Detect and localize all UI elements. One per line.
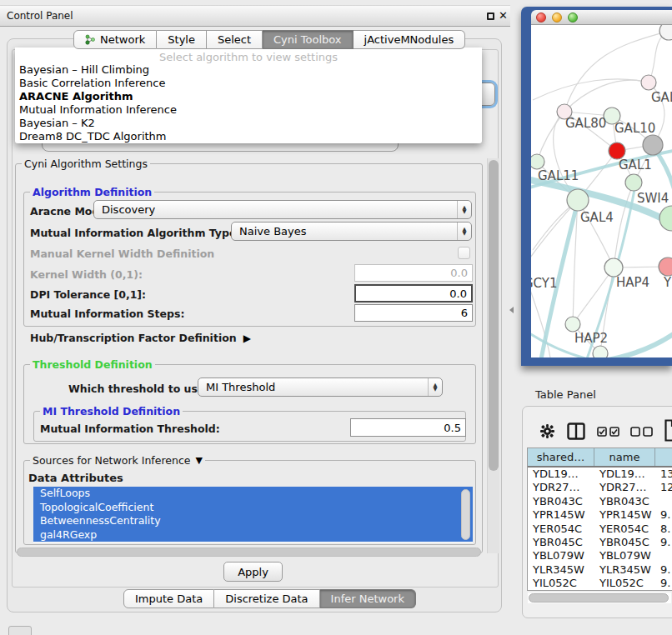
collapsed-panel-button[interactable] [8,626,32,635]
hub-definition-toggle[interactable]: Hub/Transcription Factor Definition ▶ [30,332,251,344]
cyni-bottom-tabs: Impute DataDiscretize DataInfer Network [123,589,416,608]
network-node[interactable] [565,317,580,332]
select-all-checkboxes-icon[interactable] [597,427,619,437]
mi-threshold-input[interactable]: 0.5 [350,418,466,437]
algorithm-option-bayesian-k2[interactable]: Bayesian – K2 [15,117,482,130]
table-cell: YER054C [528,522,594,536]
document-icon[interactable] [664,419,672,442]
tab-label: Infer Network [331,592,404,605]
close-traffic-light-icon[interactable] [536,12,546,22]
algorithm-option-mutual-information-inference[interactable]: Mutual Information Inference [15,103,482,117]
mi-algorithm-type-select[interactable]: Naive Bayes ▲▼ [231,222,472,241]
algorithm-option-aracne-algorithm[interactable]: ARACNE Algorithm [15,90,482,103]
splitter-collapse-icon[interactable] [509,307,514,313]
apply-button[interactable]: Apply [223,562,283,582]
network-edge[interactable] [537,112,564,162]
table-row[interactable]: YIL052CYIL052C9. [528,577,672,590]
which-threshold-select[interactable]: MI Threshold ▲▼ [198,378,443,397]
deselect-all-checkboxes-icon[interactable] [630,427,653,437]
network-node[interactable] [643,135,663,155]
settings-vertical-scrollbar-thumb[interactable] [489,160,499,471]
settings-horizontal-scrollbar-thumb[interactable] [17,548,481,557]
network-node[interactable] [641,75,656,90]
network-node[interactable] [659,258,672,276]
table-row[interactable]: YBL079WYBL079W [528,549,672,562]
table-cell: YLR345W [528,563,594,577]
table-row[interactable]: YLR345WYLR345W9. [528,563,672,577]
tab-label: Select [218,33,251,46]
network-edge[interactable] [533,79,649,100]
table-row[interactable]: YER054CYER054C8. [528,522,672,536]
minimize-traffic-light-icon[interactable] [552,12,562,22]
control-panel-titlebar: Control Panel ✕ [0,5,510,27]
aracne-mode-select[interactable]: Discovery ▲▼ [93,200,472,219]
chevron-down-icon: ▼ [195,455,202,466]
which-threshold-label: Which threshold to use: [68,382,208,395]
tab-cyni-toolbox[interactable]: Cyni Toolbox [263,30,354,49]
table-row[interactable]: YDL19…YDL19…13 [528,468,672,481]
gear-icon[interactable] [540,424,554,438]
kernel-width-input[interactable]: 0.0 [354,264,473,282]
network-canvas[interactable]: GALGAL80GAL10GAL1GAL11SWI4GAL4GCY1HAP4YH… [531,25,672,358]
table-cell: YBR045C [528,536,594,549]
table-horizontal-scrollbar-thumb[interactable] [529,593,669,602]
attribute-item-topologicalcoefficient[interactable]: TopologicalCoefficient [33,501,473,515]
algorithm-dropdown-prompt: Select algorithm to view settings [15,48,482,63]
tab-select[interactable]: Select [207,30,263,49]
table-cell: YIL052C [528,577,594,590]
list-vertical-scrollbar[interactable] [461,489,470,540]
dpi-tolerance-label: DPI Tolerance [0,1]: [30,288,146,301]
table-cell: YIL052C [594,577,655,590]
algorithm-option-basic-correlation-inference[interactable]: Basic Correlation Inference [15,77,482,90]
manual-kernel-width-checkbox[interactable] [458,247,470,259]
table-row[interactable]: YPR145WYPR145W9. [528,508,672,522]
network-node[interactable] [625,174,642,191]
table-row[interactable]: YDR27…YDR27…12 [528,481,672,494]
column-header-partial[interactable] [655,448,672,466]
control-panel-title: Control Panel [7,10,73,22]
table-row[interactable]: YBR045CYBR045C9. [528,536,672,549]
combo-spinner-icon: ▲▼ [457,222,471,240]
zoom-traffic-light-icon[interactable] [568,12,578,22]
network-node[interactable] [604,258,623,277]
table-row[interactable]: YBR043CYBR043C [528,495,672,508]
network-edge[interactable] [614,182,634,268]
tab-label: Impute Data [135,592,203,605]
table-cell: YPR145W [528,508,594,522]
network-node-label-gal80: GAL80 [565,116,606,131]
column-header-shared[interactable]: shared… [528,448,594,466]
network-node[interactable] [659,206,672,231]
tab-label: Style [168,33,195,46]
table-cell [655,549,672,562]
table-cell: 9. [655,577,672,590]
attribute-item-gal4rgexp[interactable]: gal4RGexp [33,528,473,542]
network-node[interactable] [609,142,625,159]
threshold-definition-title: Threshold Definition [30,358,155,371]
dpi-tolerance-input[interactable]: 0.0 [354,284,473,302]
network-node[interactable] [593,346,608,358]
tab-infer-network[interactable]: Infer Network [320,589,416,608]
tab-network[interactable]: Network [73,30,157,49]
tab-style[interactable]: Style [157,30,207,49]
node-table: shared…name YDL19…YDL19…13YDR27…YDR27…12… [527,448,672,591]
sources-group-title-row[interactable]: Sources for Network Inference ▼ [30,454,205,467]
table-cell: 12 [655,481,672,494]
restore-window-icon[interactable] [487,12,494,20]
network-node[interactable] [567,189,589,211]
columns-icon[interactable] [567,422,585,440]
attribute-item-selfloops[interactable]: SelfLoops [33,487,473,501]
algorithm-option-dream8-dc-tdc-algorithm[interactable]: Dream8 DC_TDC Algorithm [15,130,482,143]
close-window-icon[interactable]: ✕ [499,9,508,22]
table-cell [655,495,672,508]
tab-discretize-data[interactable]: Discretize Data [214,589,319,608]
tab-impute-data[interactable]: Impute Data [123,589,214,608]
attribute-item-betweennesscentrality[interactable]: BetweennessCentrality [33,514,473,528]
table-cell: YBL079W [594,549,655,562]
algorithm-option-bayesian-hill-climbing[interactable]: Bayesian – Hill Climbing [15,63,482,77]
control-panel-tabs: NetworkStyleSelectCyni ToolboxjActiveMNo… [73,30,465,49]
mi-steps-input[interactable]: 6 [354,304,473,322]
tab-jactivemnodules[interactable]: jActiveMNodules [354,30,466,49]
network-node[interactable] [531,154,544,169]
column-header-name[interactable]: name [594,448,655,466]
data-attributes-label: Data Attributes [28,472,123,484]
